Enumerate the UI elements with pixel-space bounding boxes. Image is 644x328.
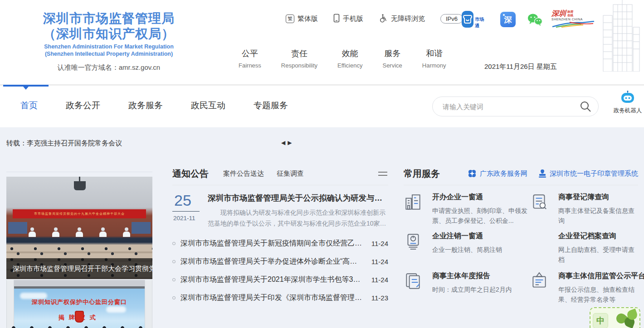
service-annual-report[interactable]: 商事主体年度报告 时间：成立周年之日起2月内 — [404, 271, 530, 295]
pillar-right — [145, 280, 152, 328]
ishenzhen-app-icon[interactable]: 深 — [500, 12, 516, 27]
service-desc: 企业一般注销、简易注销 — [432, 245, 502, 255]
meeting-banner: 市市场监督局宣传贯彻党的十九届六中全会精神干部大会 — [13, 209, 146, 218]
notice-date: 11-24 — [371, 258, 388, 265]
service-title: 商事登记簿查询 — [558, 193, 638, 202]
ceremony-title: 深圳知识产权保护中心盐田分窗口 — [14, 298, 145, 306]
gov-robot-button[interactable]: 政务机器人 — [613, 91, 642, 115]
nav-item-home[interactable]: 首页 — [20, 100, 38, 111]
guangdong-gov-link[interactable]: 广东政务服务网 — [468, 169, 527, 178]
china-gov-widget[interactable]: 中 — [590, 307, 640, 328]
ceremony-subtitle: 揭牌仪式 — [14, 314, 145, 322]
logo-subtitle-line1: Shenzhen Administration For Market Regul… — [11, 43, 206, 51]
services-title: 常用服务 — [404, 168, 440, 180]
value-fairness: 公平 Fairness — [234, 48, 266, 69]
logo-title: 深圳市市场监督管理局 （深圳市知识产权局） — [11, 11, 206, 42]
notice-title[interactable]: 深圳市市场监督管理局关于印发《深圳市市场监督管理局商... — [181, 293, 371, 303]
value-efficiency: 效能 Efficiency — [333, 48, 367, 69]
featured-day: 25 — [172, 193, 208, 208]
logo-subtitle-line2: (Shenzhen Intellectual Property Administ… — [11, 51, 206, 58]
accessibility-link[interactable]: 无障碍浏览 — [379, 14, 425, 24]
service-open-business[interactable]: 开办企业一窗通 申请营业执照、刻制印章、申领发票、员工参保登记、公积金... — [404, 193, 530, 226]
notice-date: 11-23 — [371, 294, 388, 302]
wechat-icon[interactable] — [527, 13, 543, 29]
ticker-prev-button[interactable]: ◀ — [281, 140, 285, 146]
featured-notice: 25 2021-11 深圳市市场监督管理局关于公示拟确认为研发与标... 现将拟… — [172, 185, 388, 229]
mobile-version-link[interactable]: 手机版 — [333, 14, 363, 24]
featured-body: 深圳市市场监督管理局关于公示拟确认为研发与标... 现将拟确认为研发与标准化同步… — [208, 193, 388, 229]
bullet-icon — [172, 260, 176, 263]
service-title: 开办企业一窗通 — [432, 193, 530, 202]
search-button[interactable] — [579, 100, 592, 113]
carousel-photo-meeting[interactable]: 市市场监督局宣传贯彻党的十九届六中全会精神干部大会 深圳市市场监督管理局召开干部… — [6, 177, 152, 279]
gov-logo-cn: 深圳 — [551, 10, 566, 17]
bullet-icon — [172, 296, 176, 299]
service-title: 商事主体信用监管公示平台 — [558, 271, 638, 281]
featured-notice-title[interactable]: 深圳市市场监督管理局关于公示拟确认为研发与标... — [208, 193, 388, 203]
service-archive-search[interactable]: 企业登记档案查询 网上自助查档、受理申请查档 — [530, 232, 638, 265]
core-values: 公平 Fairness 责任 Responsibility 效能 Efficie… — [234, 48, 451, 69]
nav-item-gov-info[interactable]: 政务公开 — [66, 100, 100, 111]
shenzhen-gov-online-logo[interactable]: 深圳 政府在线 SHENZHEN CHINA — [551, 10, 597, 30]
date-rule — [172, 211, 200, 212]
quick-links: 繁 繁体版 手机版 无障碍浏览 — [286, 14, 463, 24]
notice-title[interactable]: 深圳市市场监督管理局关于举办促进体外诊断企业“高质量... — [181, 257, 371, 266]
service-desc: 年报公示信息、抽查检查结果、经营异常名录等 — [558, 285, 638, 304]
notices-tabs: 案件公告送达 征集调查 — [223, 169, 304, 178]
notices-more-button[interactable] — [377, 169, 388, 179]
search-box — [432, 96, 599, 116]
service-title: 企业注销一窗通 — [432, 232, 502, 241]
notice-list-item[interactable]: 深圳市市场监督管理局关于印发《深圳市市场监督管理局商... 11-23 — [172, 289, 388, 307]
search-icon — [579, 100, 592, 113]
active-tab-pointer — [23, 87, 29, 90]
notice-board-icon — [530, 271, 549, 290]
carousel-caption: 深圳市市场监督管理局召开干部大会学习贯彻党的十... — [6, 258, 152, 279]
current-date: 2021年11月26日 星期五 — [484, 63, 557, 71]
nav-item-interaction[interactable]: 政民互动 — [191, 100, 225, 111]
service-registry-search[interactable]: 商事登记簿查询 商事主体登记及备案信息查询 — [530, 193, 638, 226]
page: 深圳市市场监督管理局 （深圳市知识产权局） Shenzhen Administr… — [0, 0, 644, 328]
notice-title[interactable]: 深圳市市场监督管理局关于新冠疫情期间全市仅经营乙类非... — [181, 239, 371, 248]
service-deregistration[interactable]: 企业注销一窗通 企业一般注销、简易注销 — [404, 232, 530, 255]
services-header: 常用服务 广东政务服务网 — [404, 166, 638, 181]
notice-list-item[interactable]: 深圳市市场监督管理局关于举办促进体外诊断企业“高质量... 11-24 — [172, 252, 388, 270]
news-ticker-link[interactable]: 转载：李克强主持召开国务院常务会议 — [6, 139, 122, 148]
pillar-left — [6, 280, 14, 328]
search-input[interactable] — [443, 103, 579, 111]
value-responsibility: 责任 Responsibility — [277, 48, 322, 69]
tab-surveys[interactable]: 征集调查 — [277, 169, 304, 178]
notice-title[interactable]: 深圳市市场监督管理局关于2021年深圳市学生书包等3类产... — [181, 275, 371, 285]
notices-title: 通知公告 — [172, 168, 209, 180]
bullet-icon — [172, 278, 176, 281]
nav-item-gov-services[interactable]: 政务服务 — [128, 100, 163, 111]
nav-item-special-services[interactable]: 专题服务 — [254, 100, 288, 111]
ceremony-people — [6, 324, 152, 328]
robot-icon — [620, 91, 636, 104]
carousel-photo-ceremony[interactable]: 深圳知识产权保护中心盐田分窗口 揭牌仪式 — [6, 280, 152, 328]
tab-case-announcements[interactable]: 案件公告送达 — [223, 169, 264, 178]
gov-logo-cn-small: 政府在线 — [567, 10, 574, 17]
traditional-chinese-icon: 繁 — [286, 14, 294, 23]
services-links: 广东政务服务网 深圳市统一电子印章管理系统 — [468, 169, 638, 178]
podium-people — [6, 227, 152, 237]
notice-list-item[interactable]: 深圳市市场监督管理局关于2021年深圳市学生书包等3类产... 11-24 — [172, 270, 388, 289]
main-navbar: 首页 政务公开 政务服务 政民互动 专题服务 — [0, 85, 644, 127]
building-icon — [404, 193, 423, 212]
eseal-system-link[interactable]: 深圳市统一电子印章管理系统 — [538, 169, 638, 178]
logo-subtitle: Shenzhen Administration For Market Regul… — [11, 43, 206, 58]
gov-robot-label: 政务机器人 — [613, 107, 642, 115]
logo-title-line2: （深圳市知识产权局） — [11, 26, 206, 42]
ticker-next-button[interactable]: ▶ — [288, 140, 292, 146]
ticker-controls: ◀ ▶ — [281, 140, 292, 146]
nav-links: 首页 政务公开 政务服务 政民互动 专题服务 — [20, 100, 288, 111]
service-credit-platform[interactable]: 商事主体信用监管公示平台 年报公示信息、抽查检查结果、经营异常名录等 — [530, 271, 638, 304]
traditional-version-link[interactable]: 繁 繁体版 — [286, 14, 318, 23]
market-app-icon — [462, 11, 473, 28]
value-harmony: 和谐 Harmony — [418, 48, 451, 69]
market-app-link[interactable]: 市场通 — [462, 11, 484, 29]
ipv6-badge[interactable]: IPv6 — [440, 14, 463, 24]
mobile-phone-icon — [333, 14, 340, 24]
notice-list-item[interactable]: 深圳市市场监督管理局关于新冠疫情期间全市仅经营乙类非... 11-24 — [172, 234, 388, 252]
notice-date: 11-24 — [371, 276, 388, 284]
content-area: 转载：李克强主持召开国务院常务会议 ◀ ▶ 市市场监督局宣传贯彻党的十九届六中全… — [0, 127, 644, 328]
